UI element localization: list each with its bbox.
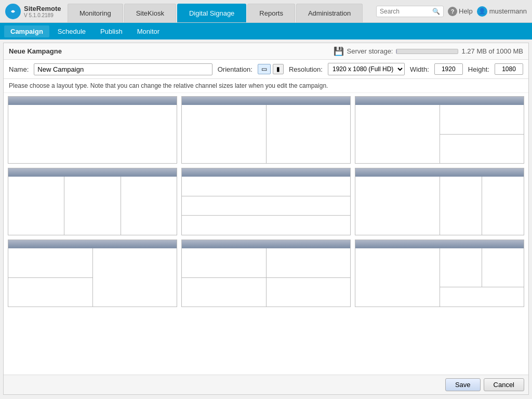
layout-card-1-body bbox=[8, 105, 177, 163]
logo-area: SiteRemote V 5.1.0.2189 bbox=[0, 0, 68, 22]
layout-card-4-col3 bbox=[121, 177, 177, 235]
layout-card-2[interactable] bbox=[181, 96, 351, 164]
nav-tabs: Monitoring SiteKiosk Digital Signage Rep… bbox=[68, 0, 371, 22]
server-storage: 💾 Server storage: 1.27 MB of 1000 MB bbox=[334, 46, 523, 56]
layout-card-7-body bbox=[8, 248, 177, 307]
layout-card-9-bottom bbox=[440, 287, 524, 307]
user-label: mustermann bbox=[489, 7, 527, 15]
subnav-campaign[interactable]: Campaign bbox=[4, 25, 49, 37]
layout-card-2-col2 bbox=[267, 105, 351, 163]
layout-card-9[interactable] bbox=[355, 240, 524, 307]
logo-text: SiteRemote V 5.1.0.2189 bbox=[24, 5, 61, 18]
name-input[interactable] bbox=[34, 63, 212, 75]
form-title: Neue Kampagne bbox=[9, 47, 62, 55]
layout-card-3-body bbox=[355, 105, 524, 163]
layout-card-8-left-row1 bbox=[182, 248, 266, 278]
layout-card-7-header bbox=[8, 240, 177, 248]
layout-card-4[interactable] bbox=[8, 168, 177, 235]
layout-card-5-row3 bbox=[182, 216, 350, 235]
layout-card-8-left-row2 bbox=[182, 278, 266, 307]
layout-card-3[interactable] bbox=[355, 96, 524, 164]
resolution-label: Resolution: bbox=[289, 65, 323, 73]
layout-card-7-left bbox=[8, 248, 93, 307]
width-label: Width: bbox=[410, 65, 429, 73]
layout-card-9-top bbox=[440, 248, 524, 287]
subnav-publish[interactable]: Publish bbox=[94, 25, 129, 37]
name-label: Name: bbox=[9, 65, 29, 73]
layout-card-3-right-row1 bbox=[440, 105, 524, 135]
layout-card-9-top-col1 bbox=[440, 248, 482, 287]
orientation-portrait-button[interactable]: ▮ bbox=[273, 64, 284, 74]
app-logo-icon bbox=[5, 4, 21, 19]
layout-card-9-top-col2 bbox=[482, 248, 524, 287]
orientation-landscape-button[interactable]: ▭ bbox=[258, 64, 271, 74]
layout-card-7-left-row2 bbox=[8, 278, 92, 307]
orientation-label: Orientation: bbox=[218, 65, 252, 73]
layout-card-5[interactable] bbox=[181, 168, 351, 235]
layout-card-3-right-row2 bbox=[440, 135, 524, 164]
layout-scroll[interactable] bbox=[4, 93, 528, 375]
search-icon[interactable]: 🔍 bbox=[432, 8, 440, 15]
storage-bar-container bbox=[396, 49, 458, 54]
layout-card-5-row2 bbox=[182, 196, 350, 216]
server-storage-label: Server storage: bbox=[347, 47, 393, 55]
search-input[interactable] bbox=[380, 8, 432, 15]
top-right-controls: 🔍 ? Help 👤 mustermann bbox=[371, 0, 532, 22]
layout-card-3-header bbox=[355, 97, 524, 105]
tab-monitoring[interactable]: Monitoring bbox=[68, 4, 123, 22]
form-header: Neue Kampagne 💾 Server storage: 1.27 MB … bbox=[4, 43, 528, 60]
help-label: Help bbox=[459, 7, 473, 15]
layout-card-4-col2 bbox=[64, 177, 121, 235]
layout-card-4-col1 bbox=[8, 177, 64, 235]
layout-grid bbox=[8, 96, 524, 307]
main-content: Neue Kampagne 💾 Server storage: 1.27 MB … bbox=[3, 43, 529, 395]
tab-administration[interactable]: Administration bbox=[296, 4, 363, 22]
layout-card-1-header bbox=[8, 97, 177, 105]
layout-card-6-header bbox=[355, 168, 524, 177]
layout-card-6[interactable] bbox=[355, 168, 524, 235]
layout-card-4-body bbox=[8, 177, 177, 235]
tab-reports[interactable]: Reports bbox=[247, 4, 295, 22]
name-row: Name: Orientation: ▭ ▮ Resolution: 1920 … bbox=[4, 60, 528, 79]
search-box[interactable]: 🔍 bbox=[376, 6, 444, 17]
layout-card-7-left-row1 bbox=[8, 248, 92, 278]
layout-card-8-header bbox=[182, 240, 350, 248]
layout-card-5-header bbox=[182, 168, 350, 177]
layout-card-8-right-row2 bbox=[267, 278, 351, 307]
save-button[interactable]: Save bbox=[445, 378, 481, 391]
layout-card-3-left bbox=[355, 105, 440, 163]
app-name: SiteRemote bbox=[24, 5, 61, 12]
subnav-schedule[interactable]: Schedule bbox=[51, 25, 92, 37]
layout-card-5-row1 bbox=[182, 177, 350, 196]
layout-card-5-body bbox=[182, 177, 350, 235]
subnav-monitor[interactable]: Monitor bbox=[131, 25, 166, 37]
width-input[interactable] bbox=[434, 63, 463, 75]
layout-card-6-body bbox=[355, 177, 524, 235]
storage-used: 1.27 MB of 1000 MB bbox=[461, 47, 523, 55]
resolution-select[interactable]: 1920 x 1080 (Full HD) 1280 x 720 (HD) 10… bbox=[328, 63, 405, 75]
layout-card-2-col1 bbox=[182, 105, 267, 163]
layout-card-7[interactable] bbox=[8, 240, 177, 307]
app-version: V 5.1.0.2189 bbox=[24, 12, 61, 18]
layout-card-6-right-col2 bbox=[482, 177, 524, 235]
layout-card-8-right-row1 bbox=[267, 248, 351, 278]
help-button[interactable]: ? Help bbox=[448, 7, 473, 16]
layout-card-9-header bbox=[355, 240, 524, 248]
height-input[interactable] bbox=[495, 63, 523, 75]
layout-card-6-right bbox=[440, 177, 524, 235]
layout-card-9-left bbox=[355, 248, 440, 307]
layout-card-1[interactable] bbox=[8, 96, 177, 164]
layout-card-6-right-col1 bbox=[440, 177, 482, 235]
bottom-bar: Save Cancel bbox=[4, 375, 528, 394]
layout-instruction: Please choose a layout type. Note that y… bbox=[4, 79, 528, 93]
layout-card-2-body bbox=[182, 105, 350, 163]
tab-digitalsignage[interactable]: Digital Signage bbox=[177, 4, 246, 22]
orientation-buttons: ▭ ▮ bbox=[258, 64, 284, 74]
layout-card-8[interactable] bbox=[181, 240, 351, 307]
tab-sitekiosk[interactable]: SiteKiosk bbox=[124, 4, 176, 22]
user-button[interactable]: 👤 mustermann bbox=[477, 6, 527, 17]
layout-card-9-right bbox=[440, 248, 524, 307]
cancel-button[interactable]: Cancel bbox=[484, 378, 524, 391]
layout-card-7-right bbox=[93, 248, 177, 307]
storage-icon: 💾 bbox=[334, 46, 344, 56]
